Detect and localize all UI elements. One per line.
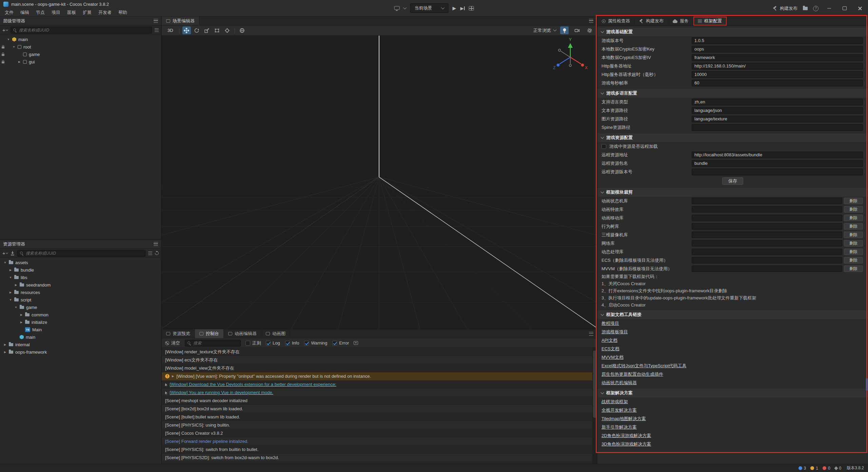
doc-link[interactable]: API文档 <box>601 337 617 343</box>
delete-button[interactable]: 删除 <box>844 240 863 247</box>
status-counter-warning[interactable]: 1 <box>810 466 818 471</box>
log-row[interactable]: ▶[Window] Download the Vue Devtools exte… <box>162 380 592 389</box>
delete-button[interactable]: 删除 <box>844 232 863 238</box>
menu-item-编辑[interactable]: 编辑 <box>17 8 33 16</box>
assets-search[interactable] <box>17 250 145 257</box>
step-button[interactable]: ▶ <box>460 6 465 11</box>
close-button[interactable] <box>855 4 865 13</box>
log-row[interactable]: [Window] ecs文件夹不存在 <box>162 356 592 364</box>
log-row[interactable]: [Window] render_texture文件夹不存在 <box>162 348 592 356</box>
console-tab-控制台[interactable]: 控制台 <box>195 329 224 338</box>
expand-chevron-icon[interactable]: ▶ <box>18 60 21 63</box>
menu-item-扩展[interactable]: 扩展 <box>79 8 95 16</box>
help-icon[interactable] <box>813 6 818 11</box>
delete-button[interactable]: 删除 <box>844 198 863 204</box>
field-input[interactable] <box>692 37 863 44</box>
field-input[interactable] <box>692 80 863 86</box>
expand-chevron-icon[interactable]: ▶ <box>3 343 7 346</box>
menu-item-帮助[interactable]: 帮助 <box>115 8 131 16</box>
expand-chevron-icon[interactable]: ▼ <box>9 276 12 279</box>
tree-row-bundle[interactable]: ▶bundle <box>0 266 161 274</box>
console-tab-动画图[interactable]: 动画图 <box>261 329 290 338</box>
status-counter-error[interactable]: 0 <box>823 466 830 471</box>
regex-toggle[interactable]: 正则 <box>245 340 261 346</box>
delete-button[interactable]: 删除 <box>844 249 863 255</box>
doc-link[interactable]: Excel格式转Json文件与TypeScript代码工具 <box>601 363 687 369</box>
log-row[interactable]: [Scene] [box2d]:box2d wasm lib loaded. <box>162 405 592 413</box>
tree-row-internal[interactable]: ▶internal <box>0 341 161 348</box>
pivot-tool-icon[interactable] <box>223 26 232 34</box>
field-input[interactable] <box>692 46 863 53</box>
scale-tool-icon[interactable] <box>203 26 211 34</box>
lightbulb-icon[interactable] <box>560 26 569 34</box>
preview-device-icon[interactable] <box>394 6 400 10</box>
tree-row-libs[interactable]: ▼libs <box>0 274 161 281</box>
doc-link[interactable]: MVVM文档 <box>601 354 624 360</box>
toggle-3d-button[interactable]: 3D <box>165 27 176 34</box>
field-input[interactable] <box>692 160 863 167</box>
build-publish-button[interactable]: 构建发布 <box>773 5 797 12</box>
log-row[interactable]: [Scene] [bullet]:bullet wasm lib loaded. <box>162 413 592 421</box>
console-filter-Error[interactable]: Error <box>332 340 349 346</box>
rect-tool-icon[interactable] <box>213 26 221 34</box>
lock-icon[interactable] <box>2 61 4 63</box>
play-button[interactable]: ▶ <box>453 5 456 11</box>
refresh-icon[interactable] <box>154 251 159 256</box>
doc-link[interactable]: 3D角色扮演游戏解决方案 <box>601 441 651 447</box>
log-row[interactable]: [Window] model_view文件夹不存在 <box>162 364 592 372</box>
field-input[interactable] <box>692 116 863 122</box>
scene-viewport[interactable]: Y X Z <box>162 36 597 329</box>
log-row[interactable]: [Scene] meshopt wasm decoder initialized <box>162 397 592 405</box>
console-filter-Log[interactable]: Log <box>266 340 280 346</box>
camera-icon[interactable] <box>573 26 581 34</box>
expand-chevron-icon[interactable]: ▶ <box>20 321 23 324</box>
tree-row-assets[interactable]: ▼assets <box>0 259 161 266</box>
expand-chevron-icon[interactable]: ▶ <box>172 375 174 378</box>
tree-row-Main[interactable]: TSMain <box>0 326 161 333</box>
tree-row-seedrandom[interactable]: ▶seedrandom <box>0 281 161 289</box>
expand-chevron-icon[interactable]: ▶ <box>14 283 18 287</box>
field-input[interactable] <box>692 71 863 78</box>
checkbox-icon[interactable] <box>304 341 309 346</box>
hierarchy-search-input[interactable] <box>19 28 150 33</box>
tree-row-initialize[interactable]: ▶initialize <box>0 318 161 326</box>
console-filter-Info[interactable]: Info <box>285 340 299 346</box>
log-row[interactable]: [Scene] [PHYSICS]: switch from builtin t… <box>162 446 592 454</box>
chevron-down-icon[interactable] <box>403 6 407 9</box>
panel-menu-icon[interactable] <box>589 19 593 23</box>
delete-button[interactable]: 删除 <box>844 206 863 213</box>
expand-chevron-icon[interactable]: ▶ <box>9 291 12 294</box>
menu-item-文件[interactable]: 文件 <box>1 8 17 16</box>
tree-row-common[interactable]: ▶common <box>0 311 161 318</box>
save-button[interactable]: 保存 <box>722 177 743 185</box>
doc-link[interactable]: Tiledmap地图解决方案 <box>601 416 646 422</box>
menu-item-开发者[interactable]: 开发者 <box>95 8 115 16</box>
field-input[interactable] <box>692 63 863 70</box>
section-header[interactable]: 框架模块裁剪 <box>597 188 868 197</box>
tree-row-root[interactable]: ▼root <box>0 43 161 51</box>
minimize-button[interactable] <box>824 4 834 13</box>
expand-chevron-icon[interactable]: ▶ <box>165 391 167 394</box>
scene-dropdown[interactable]: 当前场景 <box>410 3 449 13</box>
doc-link[interactable]: 教程项目 <box>601 320 619 327</box>
tree-row-oops-framework[interactable]: ▶oops-framework <box>0 348 161 356</box>
field-input[interactable] <box>692 99 863 105</box>
expand-chevron-icon[interactable]: ▶ <box>3 351 7 354</box>
field-input[interactable] <box>692 54 863 61</box>
doc-link[interactable]: 战棋游戏框架 <box>601 399 628 405</box>
status-counter-info[interactable]: 3 <box>798 466 806 471</box>
expand-chevron-icon[interactable]: ▼ <box>9 298 12 301</box>
maximize-button[interactable] <box>840 4 850 13</box>
console-filter-Warning[interactable]: Warning <box>304 340 327 346</box>
doc-link[interactable]: 全栈开发解决方案 <box>601 407 637 413</box>
panel-menu-icon[interactable] <box>154 242 158 246</box>
layout-grid-icon[interactable] <box>469 6 474 11</box>
tree-row-main[interactable]: ▼main <box>0 36 161 43</box>
tree-row-main[interactable]: main <box>0 333 161 341</box>
rotate-tool-icon[interactable] <box>193 26 201 34</box>
assets-search-input[interactable] <box>26 251 143 256</box>
console-search-input[interactable] <box>193 341 238 346</box>
field-input[interactable] <box>692 107 863 114</box>
expand-chevron-icon[interactable]: ▼ <box>12 45 16 48</box>
inspector-tab-框架配置[interactable]: 框架配置 <box>693 17 727 25</box>
